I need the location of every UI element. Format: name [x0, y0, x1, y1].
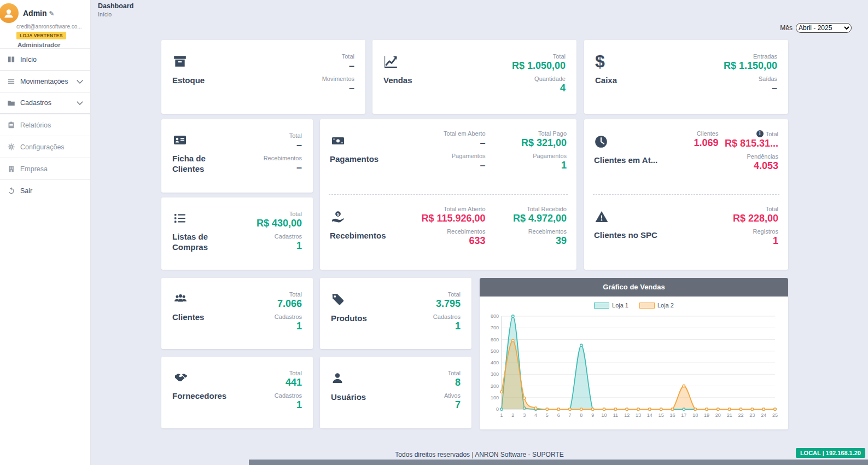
- stat-value: R$ 430,00: [257, 218, 302, 229]
- stat-label: Ativos: [444, 392, 461, 399]
- edit-profile-icon[interactable]: ✎: [49, 10, 55, 18]
- card-title: Clientes no SPC: [594, 230, 671, 241]
- footer-text: Todos direitos reservados | ANRON Softwa…: [91, 451, 868, 458]
- sidebar-item-sair[interactable]: Sair: [0, 179, 90, 201]
- card-usuarios: Usuários Total8 Ativos7: [320, 357, 471, 428]
- stat-label: Entradas: [753, 53, 777, 60]
- legend-item[interactable]: Loja 2: [639, 302, 674, 309]
- power-icon: [7, 187, 15, 195]
- recebimentos-section: $ Recebimentos Total em AbertoR$ 115.926…: [320, 195, 576, 270]
- stat-value: 1: [561, 160, 567, 171]
- svg-text:10: 10: [601, 412, 607, 418]
- sidebar-item-configuracoes[interactable]: Configurações: [0, 136, 90, 158]
- stat-label: Total: [289, 211, 302, 217]
- sidebar-item-relatorios[interactable]: Relatórios: [0, 114, 90, 136]
- stat-label: Total em Aberto: [444, 206, 485, 212]
- stat-label: Registros: [753, 228, 778, 235]
- stat-value: R$ 1.150,00: [724, 60, 777, 72]
- tag-icon: [331, 292, 367, 306]
- card-title: Produtos: [331, 313, 367, 324]
- stat-label: Recebimentos: [447, 228, 485, 235]
- stat-value: 3.795: [436, 298, 461, 310]
- svg-text:7: 7: [568, 412, 571, 418]
- stat-label: Recebimentos: [528, 228, 567, 235]
- stat-value: 441: [286, 377, 302, 388]
- svg-text:24: 24: [761, 412, 766, 418]
- sidebar-item-inicio[interactable]: Início: [0, 48, 90, 70]
- svg-text:0: 0: [496, 406, 499, 412]
- stat-value: 7.066: [277, 298, 302, 310]
- stat-label: Pagamentos: [452, 153, 486, 159]
- clipboard-icon: [7, 121, 15, 129]
- store-badge: LOJA VERTENTES: [16, 32, 66, 39]
- stat-label: Total: [766, 206, 778, 212]
- svg-text:23: 23: [749, 412, 755, 418]
- svg-text:600: 600: [491, 337, 499, 342]
- sidebar-item-cadastros[interactable]: Cadastros: [0, 92, 90, 114]
- svg-text:9: 9: [591, 412, 594, 418]
- legend-item[interactable]: Loja 1: [594, 302, 628, 309]
- stat-label: Cadastros: [275, 233, 302, 240]
- dollar-icon: $: [595, 54, 617, 68]
- money-bill-icon: [330, 135, 404, 148]
- month-select[interactable]: Abril - 2025: [796, 23, 852, 33]
- stat-value: 4: [560, 83, 566, 94]
- clock-icon: [594, 135, 659, 149]
- card-title: Clientes em At...: [594, 155, 659, 166]
- sidebar-item-label: Relatórios: [20, 121, 51, 129]
- stat-label: Total: [448, 291, 461, 298]
- stat-value: 1: [773, 235, 778, 247]
- svg-text:15: 15: [659, 412, 664, 418]
- card-listas-compras: Listas de Compras TotalR$ 430,00 Cadastr…: [161, 197, 313, 270]
- svg-text:25: 25: [772, 412, 778, 418]
- svg-text:22: 22: [738, 412, 743, 418]
- users-icon: [172, 292, 204, 305]
- env-badge: LOCAL | 192.168.1.20: [796, 448, 865, 458]
- warning-icon: [594, 210, 671, 224]
- sidebar-item-empresa[interactable]: Empresa: [0, 158, 90, 179]
- chart-line-icon: [383, 54, 412, 68]
- footer-bar: [249, 460, 868, 465]
- stat-value: –: [296, 162, 302, 173]
- sidebar-item-movimentacoes[interactable]: Movimentações: [0, 70, 90, 92]
- svg-text:1: 1: [500, 412, 503, 418]
- stat-value: R$ 4.972,00: [513, 213, 567, 224]
- user-profile: Admin✎ credit@anronsoftware.co... LOJA V…: [0, 0, 90, 48]
- chart-legend: Loja 1Loja 2: [480, 297, 788, 310]
- card-pagamentos-recebimentos: Pagamentos Total em Aberto– Pagamentos– …: [320, 119, 576, 270]
- stat-label: Movimentos: [322, 75, 354, 82]
- sidebar-item-label: Sair: [20, 187, 32, 195]
- info-icon[interactable]: i: [756, 130, 764, 137]
- pagamentos-section: Pagamentos Total em Aberto– Pagamentos– …: [320, 119, 576, 194]
- svg-text:3: 3: [523, 412, 526, 418]
- breadcrumb: Início: [98, 11, 112, 18]
- stat-label: Total: [342, 53, 354, 60]
- stat-label: Total: [289, 291, 302, 298]
- card-title: Clientes: [172, 312, 204, 323]
- avatar: [0, 3, 19, 23]
- svg-text:800: 800: [491, 313, 499, 319]
- svg-text:300: 300: [491, 371, 499, 377]
- svg-text:500: 500: [491, 348, 499, 354]
- stat-label: Saídas: [759, 75, 777, 82]
- card-title: Ficha de Clientes: [172, 154, 238, 175]
- svg-text:20: 20: [715, 412, 721, 418]
- stat-value: R$ 1.050,00: [512, 60, 566, 72]
- stat-value: 1: [296, 399, 302, 411]
- clientes-spc-section: Clientes no SPC TotalR$ 228,00 Registros…: [584, 195, 788, 270]
- stat-label: Cadastros: [275, 392, 302, 399]
- stat-label: Pagamentos: [533, 153, 567, 159]
- svg-text:12: 12: [624, 412, 630, 418]
- sidebar-item-label: Configurações: [20, 143, 65, 151]
- sidebar-item-label: Cadastros: [20, 99, 51, 107]
- stat-value: 633: [469, 235, 485, 247]
- sidebar-item-label: Empresa: [20, 165, 48, 173]
- month-filter: Mês Abril - 2025: [780, 23, 852, 33]
- building-icon: [7, 165, 15, 173]
- stat-label: Quantidade: [534, 75, 566, 82]
- stat-label: iTotal: [756, 130, 778, 137]
- stat-value: –: [480, 160, 485, 171]
- svg-text:5: 5: [546, 412, 549, 418]
- card-title: Usuários: [331, 392, 366, 403]
- stat-label: Total Recebido: [527, 206, 567, 212]
